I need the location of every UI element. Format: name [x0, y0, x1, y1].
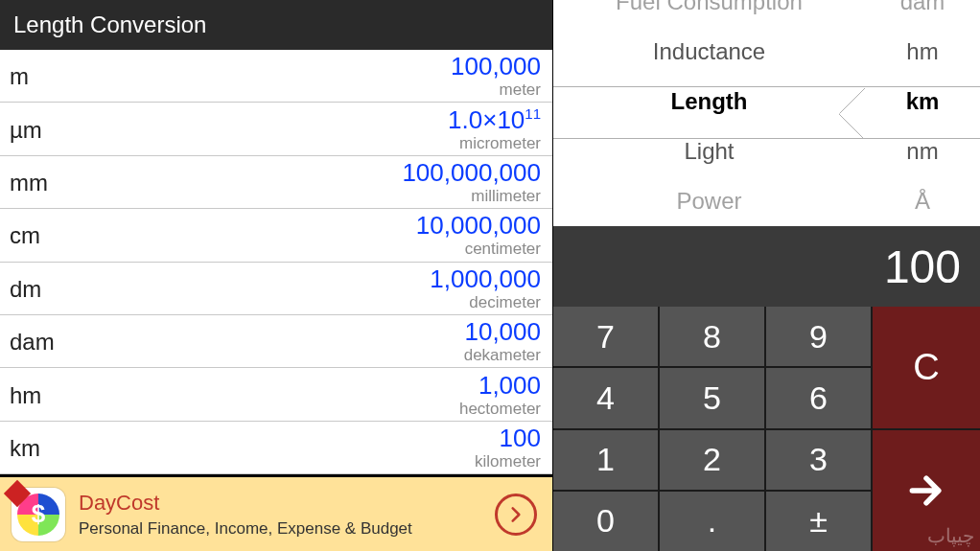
- conversion-value-block: 10,000dekameter: [464, 319, 541, 365]
- keypad: چیپاب 7894561230.±C: [553, 307, 980, 551]
- conversion-value-block: 100,000meter: [451, 54, 541, 100]
- ad-text: DayCost Personal Finance, Income, Expens…: [79, 491, 412, 539]
- page-title: Length Conversion: [0, 0, 552, 50]
- conversion-list: m100,000meterµm1.0×1011micrometermm100,0…: [0, 50, 552, 474]
- ad-title: DayCost: [79, 491, 412, 516]
- key-6[interactable]: 6: [766, 368, 871, 427]
- arrow-right-icon: [905, 470, 947, 512]
- conversion-row[interactable]: cm10,000,000centimeter: [0, 209, 552, 262]
- picker-area: Fuel ConsumptionInductanceLengthLightPow…: [553, 0, 980, 226]
- conversion-value: 1,000,000: [430, 266, 541, 291]
- conversion-value-block: 1.0×1011micrometer: [448, 106, 541, 153]
- conversion-value-block: 10,000,000centimeter: [416, 213, 541, 259]
- key-decimal[interactable]: .: [660, 492, 764, 551]
- key-1[interactable]: 1: [553, 430, 658, 490]
- unit-item[interactable]: hm: [865, 27, 980, 77]
- unit-name: hectometer: [459, 400, 541, 419]
- category-item[interactable]: Fuel Consumption: [553, 0, 865, 27]
- ad-banner[interactable]: $ DayCost Personal Finance, Income, Expe…: [0, 474, 552, 551]
- conversion-value-block: 100,000,000millimeter: [402, 160, 541, 206]
- chevron-right-icon: [506, 505, 525, 524]
- unit-item[interactable]: km: [865, 77, 980, 126]
- key-8[interactable]: 8: [660, 307, 764, 366]
- unit-abbr: mm: [10, 170, 48, 196]
- key-5[interactable]: 5: [660, 368, 764, 427]
- conversion-row[interactable]: m100,000meter: [0, 50, 552, 103]
- unit-abbr: dam: [10, 329, 55, 356]
- conversion-value-block: 100kilometer: [475, 425, 541, 471]
- unit-abbr: m: [10, 63, 29, 90]
- conversion-value: 10,000: [464, 319, 541, 344]
- category-item[interactable]: Power: [553, 176, 865, 226]
- category-picker[interactable]: Fuel ConsumptionInductanceLengthLightPow…: [553, 0, 865, 226]
- conversion-value: 100: [475, 425, 541, 450]
- unit-name: meter: [451, 80, 541, 100]
- key-0[interactable]: 0: [553, 492, 658, 551]
- unit-abbr: dm: [10, 276, 41, 303]
- unit-name: millimeter: [402, 187, 541, 206]
- conversion-row[interactable]: km100kilometer: [0, 422, 552, 474]
- category-item[interactable]: Light: [553, 126, 865, 176]
- numeric-display: 100: [553, 226, 980, 307]
- ad-arrow-button[interactable]: [495, 494, 537, 536]
- key-7[interactable]: 7: [553, 307, 658, 366]
- unit-name: centimeter: [416, 240, 541, 259]
- category-item[interactable]: Inductance: [553, 27, 865, 77]
- key-9[interactable]: 9: [766, 307, 871, 366]
- unit-abbr: µm: [10, 117, 42, 144]
- key-plusminus[interactable]: ±: [766, 492, 871, 551]
- conversion-value: 1.0×1011: [448, 106, 541, 132]
- unit-name: decimeter: [430, 293, 541, 312]
- unit-abbr: km: [10, 435, 40, 462]
- conversion-value: 100,000: [451, 54, 541, 79]
- conversion-row[interactable]: mm100,000,000millimeter: [0, 156, 552, 209]
- unit-picker[interactable]: damhmkmnmÅ: [865, 0, 980, 226]
- category-item[interactable]: Length: [553, 77, 865, 126]
- unit-item[interactable]: dam: [865, 0, 980, 27]
- ad-app-icon: $: [12, 488, 65, 541]
- conversion-value-block: 1,000hectometer: [459, 373, 541, 419]
- unit-name: dekameter: [464, 346, 541, 365]
- unit-abbr: cm: [10, 222, 40, 249]
- conversion-value: 100,000,000: [402, 160, 541, 185]
- display-value: 100: [884, 241, 961, 293]
- ad-subtitle: Personal Finance, Income, Expense & Budg…: [79, 519, 412, 539]
- conversion-value-block: 1,000,000decimeter: [430, 266, 541, 312]
- conversion-value: 1,000: [459, 373, 541, 398]
- conversion-row[interactable]: hm1,000hectometer: [0, 368, 552, 421]
- key-enter[interactable]: [873, 430, 980, 552]
- key-3[interactable]: 3: [766, 430, 871, 490]
- conversion-row[interactable]: dam10,000dekameter: [0, 315, 552, 368]
- unit-item[interactable]: nm: [865, 126, 980, 176]
- header-title-text: Length Conversion: [13, 11, 206, 38]
- key-clear[interactable]: C: [873, 307, 980, 428]
- conversion-row[interactable]: µm1.0×1011micrometer: [0, 103, 552, 155]
- unit-abbr: hm: [10, 382, 41, 409]
- key-2[interactable]: 2: [660, 430, 764, 490]
- key-4[interactable]: 4: [553, 368, 658, 427]
- unit-name: micrometer: [448, 134, 541, 153]
- unit-name: kilometer: [475, 452, 541, 471]
- conversion-value: 10,000,000: [416, 213, 541, 238]
- conversion-row[interactable]: dm1,000,000decimeter: [0, 263, 552, 315]
- unit-item[interactable]: Å: [865, 176, 980, 226]
